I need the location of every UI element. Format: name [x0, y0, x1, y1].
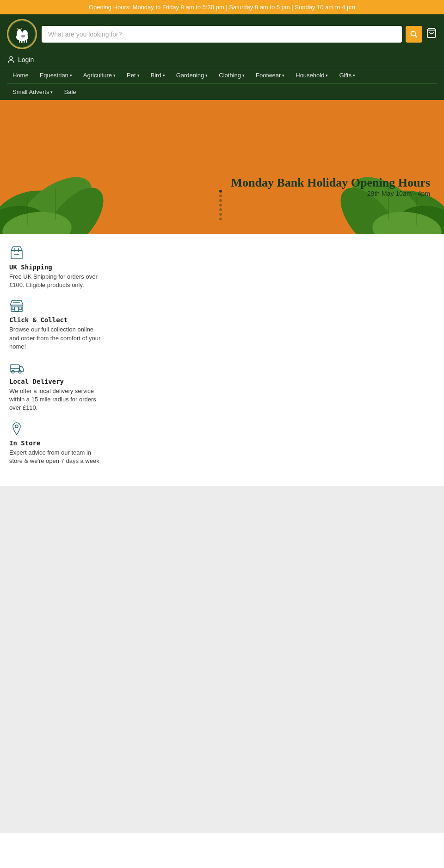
- chevron-down-icon: ▾: [163, 73, 165, 78]
- chevron-down-icon: ▾: [353, 73, 355, 78]
- uk-shipping-title: UK Shipping: [9, 263, 435, 271]
- feature-click-collect: Click & Collect Browse our full collecti…: [9, 299, 435, 351]
- local-delivery-title: Local Delivery: [9, 378, 435, 385]
- chevron-down-icon: ▾: [282, 73, 284, 78]
- feature-in-store: In Store Expert advice from our team in …: [9, 422, 435, 465]
- chevron-down-icon: ▾: [242, 73, 245, 78]
- local-delivery-desc: We offer a local delivery service within…: [9, 387, 102, 412]
- hero-dot-6[interactable]: [219, 213, 222, 216]
- login-label: Login: [18, 56, 34, 63]
- chevron-down-icon: ▾: [205, 73, 208, 78]
- top-banner: Opening Hours: Monday to Friday 8 am to …: [0, 0, 444, 14]
- svg-rect-6: [19, 40, 20, 43]
- hero-dot-3[interactable]: [219, 199, 222, 202]
- svg-rect-34: [11, 305, 22, 312]
- chevron-down-icon: ▾: [113, 73, 116, 78]
- feature-local-delivery: Local Delivery We offer a local delivery…: [9, 360, 435, 412]
- svg-point-14: [10, 56, 12, 59]
- hero-subtitle: 29th May 10am - 4pm: [231, 190, 430, 197]
- hero-dot-2[interactable]: [219, 194, 222, 197]
- nav-item-small-adverts[interactable]: Small Adverts ▾: [7, 84, 58, 100]
- hero-dot-5[interactable]: [219, 208, 222, 211]
- nav-row2: Small Adverts ▾ Sale: [7, 83, 437, 100]
- svg-rect-38: [19, 307, 21, 310]
- hero-dot-7[interactable]: [219, 218, 222, 220]
- feature-uk-shipping: UK Shipping Free UK Shipping for orders …: [9, 246, 435, 289]
- header-top: [7, 19, 437, 53]
- svg-point-10: [21, 35, 25, 37]
- svg-rect-9: [26, 40, 27, 43]
- logo[interactable]: [7, 19, 37, 49]
- cart-button[interactable]: [426, 27, 437, 41]
- nav-item-sale[interactable]: Sale: [58, 84, 81, 100]
- hero-title: Monday Bank Holiday Opening Hours: [231, 176, 430, 190]
- nav-item-clothing[interactable]: Clothing ▾: [213, 67, 250, 83]
- hero-dot-4[interactable]: [219, 204, 222, 206]
- click-collect-desc: Browse our full collection online and or…: [9, 325, 102, 351]
- svg-point-40: [12, 370, 14, 373]
- hero-dots: [219, 190, 222, 220]
- logo-image: [13, 25, 31, 44]
- box-icon: [9, 246, 24, 261]
- chevron-down-icon: ▾: [70, 73, 72, 78]
- click-collect-title: Click & Collect: [9, 316, 435, 324]
- cart-icon: [426, 27, 437, 38]
- search-button[interactable]: [406, 26, 422, 43]
- in-store-desc: Expert advice from our team in store & w…: [9, 449, 102, 465]
- grey-section: [0, 486, 444, 833]
- svg-rect-37: [12, 307, 14, 310]
- chevron-down-icon: ▾: [326, 73, 328, 78]
- svg-rect-36: [15, 307, 18, 312]
- hero-dot-1[interactable]: [219, 190, 222, 193]
- svg-line-4: [17, 28, 18, 30]
- svg-point-11: [411, 31, 416, 36]
- hero-leaves-left: [0, 142, 139, 234]
- uk-shipping-desc: Free UK Shipping for orders over £100. E…: [9, 273, 102, 289]
- svg-line-5: [21, 28, 22, 30]
- hero-text: Monday Bank Holiday Opening Hours 29th M…: [231, 176, 430, 197]
- nav-row1: Home Equestrian ▾ Agriculture ▾ Pet ▾ Bi…: [7, 67, 437, 83]
- search-row: [42, 26, 437, 43]
- in-store-title: In Store: [9, 439, 435, 447]
- truck-icon: [9, 360, 24, 375]
- hero-banner: Monday Bank Holiday Opening Hours 29th M…: [0, 100, 444, 234]
- nav-bar: Home Equestrian ▾ Agriculture ▾ Pet ▾ Bi…: [0, 67, 444, 100]
- nav-item-household[interactable]: Household ▾: [290, 67, 333, 83]
- header: Login: [0, 14, 444, 67]
- user-icon: [7, 56, 15, 64]
- svg-rect-7: [21, 40, 23, 43]
- chevron-down-icon: ▾: [50, 90, 53, 94]
- nav-item-home[interactable]: Home: [7, 67, 34, 83]
- svg-rect-8: [24, 40, 25, 43]
- pin-icon: [9, 422, 24, 437]
- nav-item-equestrian[interactable]: Equestrian ▾: [34, 67, 78, 83]
- nav-item-gardening[interactable]: Gardening ▾: [171, 67, 214, 83]
- search-icon: [410, 31, 418, 38]
- login-row[interactable]: Login: [7, 53, 437, 67]
- search-area: [42, 26, 437, 43]
- svg-line-12: [415, 35, 417, 37]
- svg-point-3: [18, 29, 21, 33]
- svg-point-44: [15, 425, 18, 428]
- nav-item-pet[interactable]: Pet ▾: [121, 67, 145, 83]
- svg-point-41: [18, 370, 21, 373]
- nav-item-footwear[interactable]: Footwear ▾: [250, 67, 290, 83]
- nav-item-bird[interactable]: Bird ▾: [145, 67, 171, 83]
- nav-item-gifts[interactable]: Gifts ▾: [333, 67, 361, 83]
- chevron-down-icon: ▾: [137, 73, 140, 78]
- store-icon: [9, 299, 24, 313]
- features-section: UK Shipping Free UK Shipping for orders …: [0, 234, 444, 486]
- nav-item-agriculture[interactable]: Agriculture ▾: [78, 67, 121, 83]
- svg-rect-39: [10, 365, 19, 371]
- search-input[interactable]: [42, 26, 402, 43]
